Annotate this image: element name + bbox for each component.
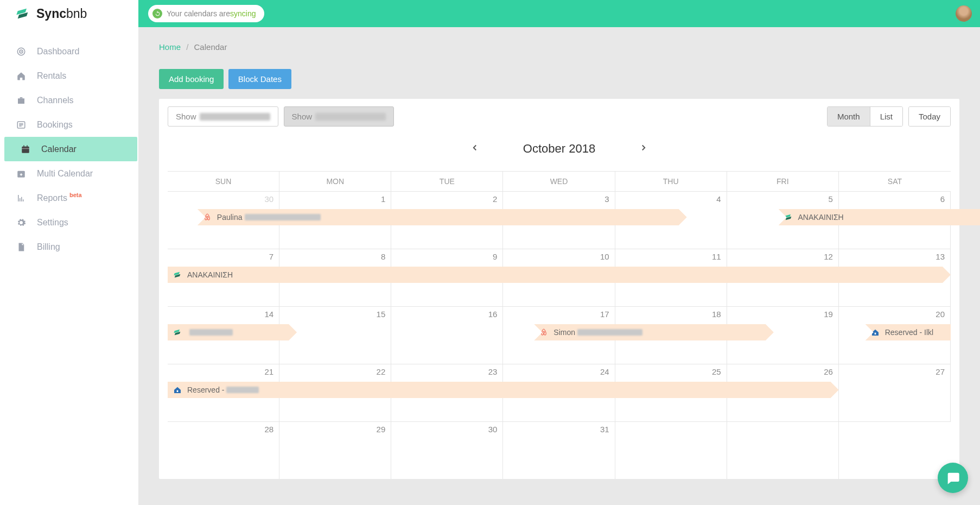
content: Home / Calendar Add booking Block Dates … [138,27,980,505]
day-number: 30 [391,422,502,437]
booking-event[interactable]: ΑΝΑΚΑΙΝΙΣΗ [168,267,951,283]
day-number: 16 [391,307,502,321]
week-row: 14151617181920SimonReserved - Ilkl [168,306,951,364]
sidebar-item-label: Channels [37,96,74,105]
day-number: 17 [503,307,614,321]
day-number [727,422,838,427]
sidebar-item-label: Dashboard [37,47,79,56]
redacted-text [189,329,233,336]
sidebar-item-label: Calendar [41,144,77,154]
calendar-card: Show Show Month List Today [159,99,959,479]
day-cell[interactable]: 30 [391,422,503,479]
day-cell[interactable] [839,422,951,479]
show-filter-1[interactable]: Show [168,106,278,127]
today-button[interactable]: Today [909,107,950,126]
view-month-button[interactable]: Month [828,107,870,126]
sync-icon [173,270,183,280]
doc-icon [15,242,27,252]
sidebar-item-reports[interactable]: Reportsbeta [0,186,138,210]
redacted-text [200,113,270,121]
booking-event[interactable] [168,324,297,340]
day-number: 22 [279,364,391,379]
event-label: Reserved - Ilkl [885,328,933,337]
breadcrumb: Home / Calendar [159,42,959,52]
breadcrumb-current: Calendar [194,42,227,52]
sidebar-item-channels[interactable]: Channels [0,88,138,112]
booking-event[interactable]: Reserved - [168,382,839,398]
month-header: October 2018 [168,142,951,156]
day-number: 29 [279,422,391,437]
day-number: 8 [279,249,391,264]
beta-badge: beta [69,192,82,198]
dow-cell: SUN [168,172,279,191]
next-month-button[interactable] [639,143,648,155]
redacted-text [226,387,259,393]
block-dates-button[interactable]: Block Dates [228,69,291,89]
day-cell[interactable]: 27 [839,364,951,421]
day-number: 26 [727,364,838,379]
day-cell[interactable] [615,422,727,479]
homeaway-icon [173,385,183,395]
day-number: 3 [503,192,614,206]
sidebar-item-rentals[interactable]: Rentals [0,64,138,88]
day-cell[interactable]: 15 [279,307,391,364]
day-number: 23 [391,364,502,379]
list-icon [15,120,27,130]
topbar: Syncbnb Your calendars are syncing [0,0,980,27]
week-row: 30123456PaulinaΑΝΑΚΑΙΝΙΣΗ [168,191,951,249]
chat-fab[interactable] [938,463,968,493]
sidebar-item-settings[interactable]: Settings [0,210,138,235]
sidebar-item-billing[interactable]: Billing [0,235,138,259]
event-label: Reserved - [187,386,224,394]
sidebar-item-label: Billing [37,242,60,252]
booking-event[interactable]: ΑΝΑΚΑΙΝΙΣΗ [779,209,980,225]
dow-cell: THU [615,172,727,191]
add-booking-button[interactable]: Add booking [159,69,224,89]
day-number: 5 [727,192,838,206]
day-number [615,422,727,427]
event-label: ΑΝΑΚΑΙΝΙΣΗ [187,270,233,279]
dow-cell: FRI [727,172,839,191]
gear-icon [15,218,27,228]
day-number: 11 [615,249,727,264]
sidebar-item-calendar[interactable]: Calendar [4,137,137,161]
day-number: 12 [727,249,838,264]
sidebar-item-bookings[interactable]: Bookings [0,112,138,137]
day-cell[interactable]: 31 [503,422,615,479]
booking-event[interactable]: Paulina [198,209,687,225]
logo-icon [14,4,32,23]
sync-icon [152,9,162,18]
day-cell[interactable] [727,422,839,479]
booking-event[interactable]: Reserved - Ilkl [866,324,951,340]
target-icon [15,47,27,56]
booking-event[interactable]: Simon [534,324,774,340]
sidebar-item-dashboard[interactable]: Dashboard [0,39,138,64]
action-row: Add booking Block Dates [159,69,959,89]
day-number: 14 [168,307,279,321]
week-row: 21222324252627Reserved - [168,364,951,421]
day-number: 21 [168,364,279,379]
sidebar-item-label: Settings [37,218,68,228]
event-label: ΑΝΑΚΑΙΝΙΣΗ [798,213,844,222]
breadcrumb-home[interactable]: Home [159,42,181,52]
logo[interactable]: Syncbnb [0,0,138,27]
day-cell[interactable]: 29 [279,422,391,479]
redacted-text [315,113,386,121]
view-list-button[interactable]: List [870,107,902,126]
day-number: 13 [839,249,950,264]
prev-month-button[interactable] [470,143,480,155]
month-title: October 2018 [523,142,595,156]
view-segment: Month List [827,106,903,127]
calendar-grid: SUNMONTUEWEDTHUFRISAT 30123456PaulinaΑΝΑ… [168,171,951,479]
show-filter-2[interactable]: Show [284,106,394,127]
day-cell[interactable]: 28 [168,422,279,479]
day-number: 27 [839,364,950,379]
sidebar-item-label: Rentals [37,71,66,81]
avatar[interactable] [956,5,972,22]
sidebar-item-multi-calendar[interactable]: Multi Calendar [0,161,138,186]
dow-cell: MON [279,172,391,191]
day-number [839,422,951,427]
sidebar-item-label: Reports [37,193,67,203]
brief-icon [15,96,27,105]
day-cell[interactable]: 16 [391,307,503,364]
